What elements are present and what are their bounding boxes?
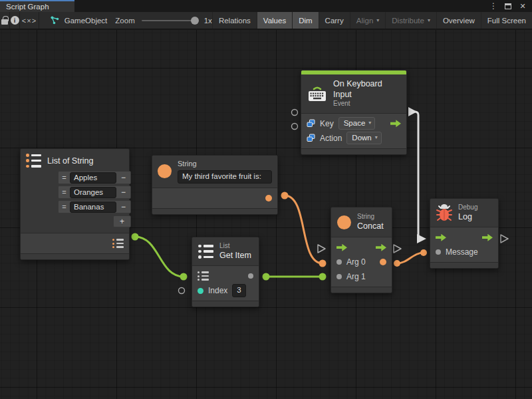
string-type-icon <box>337 215 351 229</box>
port-indicator-log-out[interactable] <box>501 235 508 243</box>
info-icon <box>11 16 19 25</box>
add-item-button[interactable]: + <box>113 215 131 227</box>
script-graph-icon <box>50 15 60 25</box>
overview-button[interactable]: Overview <box>436 12 481 29</box>
list-item-row: = Bananas − <box>58 200 131 213</box>
wire-list-to-getitem[interactable] <box>135 237 184 277</box>
zoom-control: Zoom 1x <box>115 12 212 29</box>
drag-handle[interactable]: = <box>59 203 70 211</box>
zoom-label: Zoom <box>115 17 134 25</box>
node-string-literal[interactable]: String My third favorite fruit is: <box>152 155 278 215</box>
info-button[interactable] <box>10 12 20 29</box>
port-indicator-concat-out[interactable] <box>394 245 401 253</box>
list-editor: = Apples − = Oranges − = Bananas − <box>58 171 131 227</box>
maximize-icon[interactable] <box>503 1 513 11</box>
bug-icon <box>436 204 452 222</box>
node-type-label: List <box>219 242 251 251</box>
flow-output-port[interactable] <box>482 234 493 241</box>
zoom-slider[interactable] <box>142 17 198 25</box>
graph-target[interactable]: GameObject <box>50 12 108 29</box>
wire-string-to-concat[interactable] <box>285 196 323 263</box>
node-type-label: String <box>178 160 272 169</box>
node-list-of-string[interactable]: List of String = Apples − = Oranges − = <box>20 148 130 260</box>
trigger-output-port[interactable] <box>390 120 401 127</box>
node-on-keyboard-input[interactable]: On Keyboard Input Event Key Space <box>301 70 407 155</box>
relations-button[interactable]: Relations <box>212 12 257 29</box>
drag-handle[interactable]: = <box>59 174 70 182</box>
align-button[interactable]: Align <box>350 12 386 29</box>
zoom-value: 1x <box>204 17 212 25</box>
action-port-label: Action <box>320 134 342 143</box>
list-icon <box>26 154 41 168</box>
values-button[interactable]: Values <box>257 12 292 29</box>
message-label: Message <box>446 247 478 257</box>
keyboard-icon <box>307 84 327 103</box>
remove-item-button[interactable]: − <box>116 188 130 197</box>
index-input-port[interactable] <box>198 288 203 294</box>
key-port-label: Key <box>320 119 334 128</box>
flow-input-port[interactable] <box>336 244 347 251</box>
index-field[interactable]: 3 <box>232 284 245 297</box>
tab-label: Script Graph <box>6 3 49 11</box>
drag-handle[interactable]: = <box>59 188 70 196</box>
node-debug-log[interactable]: Debug Log Message <box>430 198 499 269</box>
item-output-port[interactable] <box>248 273 253 279</box>
dim-button[interactable]: Dim <box>292 12 318 29</box>
tab-script-graph[interactable]: Script Graph <box>0 0 74 12</box>
flow-output-port[interactable] <box>376 244 386 251</box>
chevron-down-icon <box>375 133 378 142</box>
message-input-port[interactable] <box>436 249 441 255</box>
wire-concat-to-log[interactable] <box>397 253 424 263</box>
list-input-port[interactable] <box>198 271 209 281</box>
remove-item-button[interactable]: − <box>116 202 130 211</box>
node-title: Log <box>458 212 477 223</box>
list-item-row: = Oranges − <box>58 186 131 199</box>
window-menu-icon[interactable] <box>488 1 499 11</box>
port-indicator-action[interactable] <box>292 124 298 130</box>
arg0-input-port[interactable] <box>336 259 342 265</box>
carry-button[interactable]: Carry <box>319 12 350 29</box>
pages-icon <box>307 134 315 142</box>
arg1-input-port[interactable] <box>336 274 342 279</box>
node-concat[interactable]: String Concat Arg 0 Arg 1 <box>331 207 392 293</box>
port-indicator-key[interactable] <box>292 110 298 116</box>
unity-script-graph-window: Script Graph GameObject Zoom <box>0 0 532 399</box>
lock-icon <box>1 19 8 25</box>
arg0-label: Arg 0 <box>346 257 366 267</box>
node-get-item[interactable]: List Get Item Index 3 <box>192 237 259 307</box>
code-icon <box>22 17 37 25</box>
close-icon[interactable] <box>517 1 528 11</box>
fullscreen-button[interactable]: Full Screen <box>481 12 532 29</box>
target-label: GameObject <box>65 17 108 25</box>
list-icon <box>198 245 213 259</box>
list-item-field[interactable]: Oranges <box>70 187 116 198</box>
code-preview-button[interactable] <box>20 12 39 29</box>
string-output-port[interactable] <box>265 195 272 201</box>
chevron-down-icon <box>428 17 430 23</box>
wire-keyboard-to-log[interactable] <box>414 112 420 239</box>
list-item-field[interactable]: Apples <box>70 172 116 184</box>
chevron-down-icon <box>376 17 379 23</box>
zoom-slider-handle[interactable] <box>191 17 199 25</box>
graph-canvas[interactable]: List of String = Apples − = Oranges − = <box>0 30 532 399</box>
graph-toolbar: GameObject Zoom 1x Relations Values Dim … <box>0 12 532 29</box>
wire-start-arrow <box>408 107 417 116</box>
string-value-field[interactable]: My third favorite fruit is: <box>178 170 272 184</box>
distribute-button[interactable]: Distribute <box>385 12 436 29</box>
node-subtitle: Event <box>333 100 400 108</box>
node-type-label: String <box>357 213 384 221</box>
wire-end-arrow <box>417 234 426 243</box>
tab-bar: Script Graph <box>0 0 532 12</box>
list-item-field[interactable]: Bananas <box>70 201 116 213</box>
remove-item-button[interactable]: − <box>116 173 130 182</box>
port-indicator-concat-in[interactable] <box>318 245 325 253</box>
flow-input-port[interactable] <box>436 234 446 241</box>
key-dropdown[interactable]: Space <box>338 117 376 130</box>
action-dropdown[interactable]: Down <box>346 132 381 144</box>
port-indicator-index[interactable] <box>179 288 185 294</box>
list-output-port[interactable] <box>112 239 124 248</box>
arg1-label: Arg 1 <box>346 272 366 281</box>
lock-button[interactable] <box>0 12 10 29</box>
list-item-row: = Apples − <box>58 171 131 184</box>
result-output-port[interactable] <box>380 259 386 265</box>
